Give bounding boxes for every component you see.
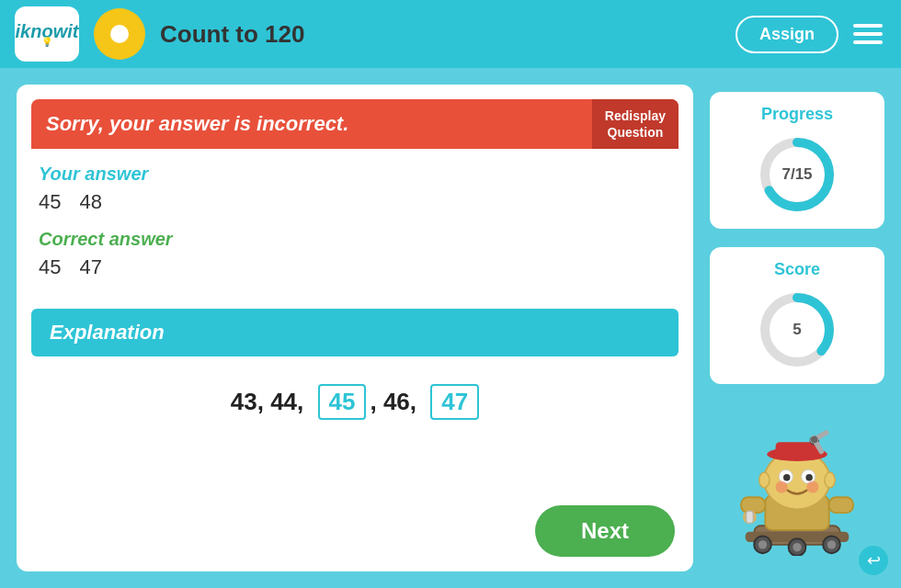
lesson-icon (94, 8, 145, 60)
incorrect-banner: Sorry, your answer is incorrect. Redispl… (31, 99, 679, 149)
svg-rect-16 (747, 511, 754, 523)
next-button[interactable]: Next (535, 505, 675, 557)
correct-answer-value-2: 47 (79, 255, 101, 279)
progress-donut: 7/15 (756, 133, 838, 216)
header: iknowit 💡 Count to 120 Assign (0, 0, 901, 68)
svg-rect-14 (829, 497, 853, 513)
svg-point-9 (758, 540, 767, 548)
next-btn-container: Next (17, 491, 693, 571)
left-panel: Sorry, your answer is incorrect. Redispl… (17, 85, 693, 571)
svg-point-26 (783, 474, 791, 481)
svg-point-29 (806, 481, 818, 492)
score-label: 5 (793, 321, 801, 339)
sequence-boxed-2: 47 (430, 384, 479, 420)
sequence-before: 43, 44, (231, 388, 311, 416)
your-answer-value-1: 45 (39, 190, 61, 214)
correct-answer-label: Correct answer (39, 229, 671, 250)
your-answer-label: Your answer (39, 164, 671, 185)
hamburger-line-2 (853, 32, 883, 36)
answer-section: Your answer 45 48 Correct answer 45 47 (17, 149, 693, 309)
back-icon[interactable]: ↩ (859, 546, 888, 575)
redisplay-button[interactable]: RedisplayQuestion (592, 99, 679, 149)
correct-answer-value-1: 45 (39, 255, 61, 279)
score-donut: 5 (756, 288, 838, 371)
svg-point-30 (759, 472, 770, 488)
header-right: Assign (736, 16, 886, 53)
svg-point-27 (805, 474, 813, 481)
svg-point-11 (827, 540, 836, 548)
assign-button[interactable]: Assign (736, 16, 838, 53)
sequence-boxed-1: 45 (318, 384, 367, 420)
hamburger-line-1 (853, 24, 883, 28)
svg-point-28 (776, 481, 788, 492)
hamburger-line-3 (853, 40, 883, 44)
lesson-icon-inner (110, 25, 129, 43)
score-card: Score 5 (710, 247, 884, 384)
progress-title: Progress (761, 105, 833, 124)
mascot-area (710, 402, 884, 571)
incorrect-message: Sorry, your answer is incorrect. (31, 99, 592, 149)
logo: iknowit 💡 (15, 6, 79, 62)
menu-button[interactable] (850, 20, 886, 48)
correct-answer-values: 45 47 (39, 255, 671, 279)
right-panel: Progress 7/15 Score 5 (710, 85, 884, 571)
svg-point-23 (811, 436, 818, 444)
mascot-character (728, 418, 866, 556)
main-content: Sorry, your answer is incorrect. Redispl… (0, 68, 901, 588)
progress-label: 7/15 (781, 165, 812, 184)
score-title: Score (774, 260, 820, 279)
your-answer-values: 45 48 (39, 190, 671, 214)
svg-point-10 (793, 543, 801, 551)
number-sequence: 43, 44, 45 , 46, 47 (17, 356, 693, 447)
explanation-bar: Explanation (31, 309, 679, 356)
your-answer-value-2: 48 (79, 190, 101, 214)
sequence-middle: , 46, (370, 388, 423, 416)
svg-point-31 (825, 472, 835, 488)
progress-card: Progress 7/15 (710, 92, 884, 229)
lesson-title: Count to 120 (160, 20, 721, 49)
svg-rect-13 (741, 497, 765, 513)
